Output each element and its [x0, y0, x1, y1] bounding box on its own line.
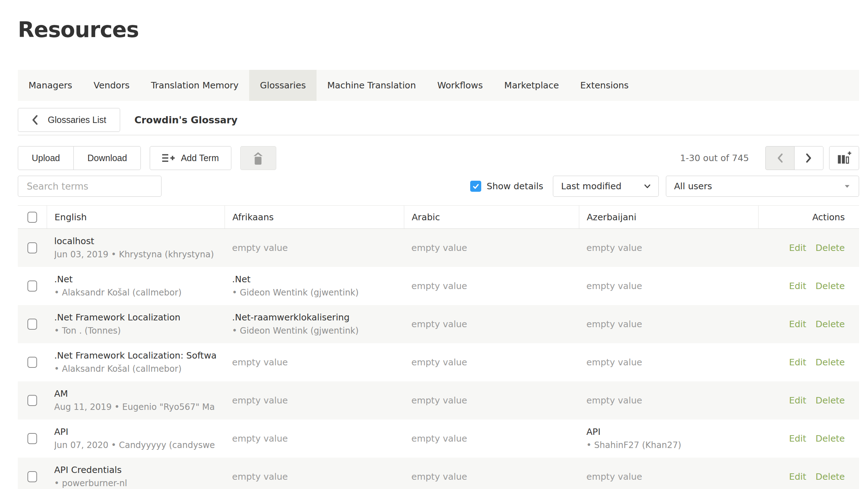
prev-page-button[interactable]	[765, 146, 795, 170]
checkbox-cell	[18, 419, 47, 458]
tab-marketplace[interactable]: Marketplace	[494, 70, 570, 101]
term-cell-afrikaans: .Net• Gideon Wentink (gjwentink)	[225, 267, 404, 305]
term-cell-azerbaijani: empty value	[579, 229, 758, 267]
row-checkbox[interactable]	[27, 471, 37, 482]
resources-tabbar: ManagersVendorsTranslation MemoryGlossar…	[18, 70, 859, 101]
term-cell-arabic: empty value	[404, 267, 579, 305]
delete-link[interactable]: Delete	[816, 357, 845, 367]
show-details-checkbox[interactable]	[470, 181, 481, 192]
term-row: AMAug 11, 2019 • Eugenio "Ryo567" Maempt…	[18, 381, 859, 419]
term-cell-afrikaans: empty value	[225, 229, 404, 267]
term-text: localhost	[54, 235, 218, 247]
term-meta: • Ton . (Tonnes)	[54, 325, 218, 337]
search-input[interactable]	[18, 176, 161, 197]
term-meta: • Alaksandr Košal (callmebor)	[54, 363, 218, 375]
checkbox-cell	[18, 381, 47, 419]
chevron-left-icon	[777, 153, 783, 163]
actions-cell: EditDelete	[758, 419, 859, 458]
checkbox-cell	[18, 305, 47, 343]
chevron-left-icon	[32, 115, 38, 125]
chevron-right-icon	[806, 153, 812, 163]
column-header-english: English	[47, 206, 225, 228]
term-cell-arabic: empty value	[404, 343, 579, 381]
divider	[18, 135, 859, 135]
row-checkbox[interactable]	[27, 242, 37, 253]
delete-selected-button[interactable]	[240, 146, 276, 170]
actions-cell: EditDelete	[758, 458, 859, 489]
upload-button-label: Upload	[32, 153, 60, 163]
empty-value: empty value	[411, 243, 572, 253]
glossaries-list-back-button[interactable]: Glossaries List	[18, 108, 120, 132]
term-cell-arabic: empty value	[404, 381, 579, 419]
manage-columns-button[interactable]	[829, 146, 859, 170]
download-button[interactable]: Download	[73, 146, 141, 170]
delete-link[interactable]: Delete	[816, 433, 845, 444]
edit-link[interactable]: Edit	[789, 281, 806, 291]
empty-value: empty value	[586, 281, 752, 291]
tab-machine-translation[interactable]: Machine Translation	[317, 70, 427, 101]
actions-cell: EditDelete	[758, 229, 859, 267]
column-header-actions: Actions	[758, 206, 859, 228]
empty-value: empty value	[586, 243, 752, 253]
term-row: localhostJun 03, 2019 • Khrystyna (khrys…	[18, 229, 859, 267]
delete-link[interactable]: Delete	[816, 319, 845, 329]
edit-link[interactable]: Edit	[789, 433, 806, 444]
delete-link[interactable]: Delete	[816, 472, 845, 482]
checkbox-cell	[18, 206, 47, 228]
actions-cell: EditDelete	[758, 381, 859, 419]
term-row: .Net Framework Localization: Softwa• Ala…	[18, 343, 859, 381]
term-row: API Credentials• powerburner-nlempty val…	[18, 458, 859, 489]
term-cell-english: localhostJun 03, 2019 • Khrystyna (khrys…	[47, 229, 225, 267]
term-row: APIJun 07, 2020 • Candyyyyy (candysweemp…	[18, 419, 859, 458]
tab-workflows[interactable]: Workflows	[427, 70, 494, 101]
row-checkbox[interactable]	[27, 395, 37, 406]
users-select[interactable]: All users	[666, 176, 859, 197]
checkbox-cell	[18, 229, 47, 267]
edit-link[interactable]: Edit	[789, 319, 806, 329]
term-meta: • Gideon Wentink (gjwentink)	[232, 325, 397, 337]
term-meta: • ShahinF27 (Khan27)	[586, 439, 752, 452]
row-checkbox[interactable]	[27, 357, 37, 368]
pagination-label: 1-30 out of 745	[680, 153, 749, 163]
term-text: .Net	[232, 273, 397, 285]
glossary-title: Crowdin's Glossary	[134, 114, 237, 125]
tab-vendors[interactable]: Vendors	[83, 70, 140, 101]
tab-translation-memory[interactable]: Translation Memory	[140, 70, 249, 101]
empty-value: empty value	[232, 357, 397, 367]
term-cell-english: .Net Framework Localization: Softwa• Ala…	[47, 343, 225, 381]
select-all-checkbox[interactable]	[27, 212, 37, 223]
edit-link[interactable]: Edit	[789, 357, 806, 367]
terms-toolbar: Upload Download Add Term	[18, 146, 859, 170]
delete-link[interactable]: Delete	[816, 243, 845, 253]
term-cell-afrikaans: empty value	[225, 381, 404, 419]
add-term-button-label: Add Term	[181, 153, 219, 163]
next-page-button[interactable]	[794, 146, 823, 170]
term-cell-arabic: empty value	[404, 229, 579, 267]
term-cell-afrikaans: empty value	[225, 419, 404, 458]
edit-link[interactable]: Edit	[789, 243, 806, 253]
column-header-arabic: Arabic	[404, 206, 579, 228]
row-checkbox[interactable]	[27, 433, 37, 444]
terms-table: EnglishAfrikaansArabicAzerbaijaniActions…	[18, 205, 859, 489]
term-text: AM	[54, 387, 218, 400]
tab-extensions[interactable]: Extensions	[570, 70, 640, 101]
empty-value: empty value	[411, 319, 572, 329]
edit-link[interactable]: Edit	[789, 472, 806, 482]
pager	[765, 146, 823, 170]
delete-link[interactable]: Delete	[816, 281, 845, 291]
add-term-button[interactable]: Add Term	[150, 146, 231, 170]
delete-link[interactable]: Delete	[816, 395, 845, 406]
row-checkbox[interactable]	[27, 280, 37, 292]
term-row: .Net Framework Localization• Ton . (Tonn…	[18, 305, 859, 343]
actions-cell: EditDelete	[758, 267, 859, 305]
tab-managers[interactable]: Managers	[18, 70, 83, 101]
sort-select[interactable]: Last modified	[553, 176, 659, 197]
term-cell-afrikaans: empty value	[225, 343, 404, 381]
row-checkbox[interactable]	[27, 319, 37, 330]
edit-link[interactable]: Edit	[789, 395, 806, 406]
actions-cell: EditDelete	[758, 343, 859, 381]
empty-value: empty value	[232, 433, 397, 444]
term-meta: • Gideon Wentink (gjwentink)	[232, 287, 397, 299]
tab-glossaries[interactable]: Glossaries	[249, 70, 317, 101]
upload-button[interactable]: Upload	[18, 146, 74, 170]
